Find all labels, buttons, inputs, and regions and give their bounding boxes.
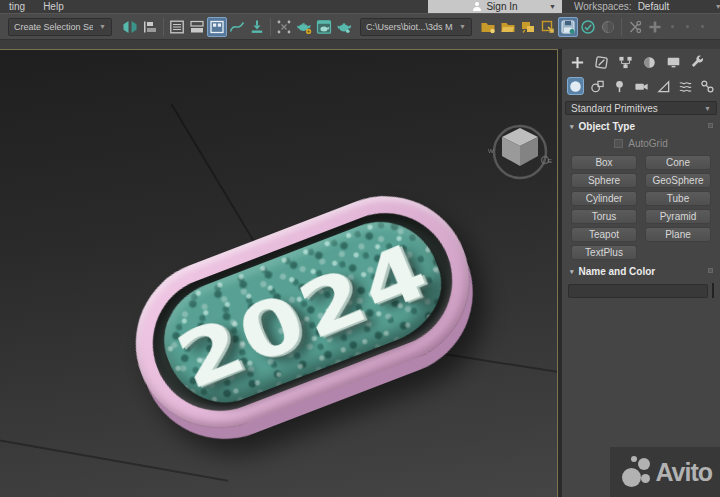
mirror-button[interactable] <box>120 17 140 37</box>
chevron-down-icon: ▼ <box>99 23 106 30</box>
autogrid-checkbox[interactable] <box>614 139 623 148</box>
menu-item-ting[interactable]: ting <box>0 0 34 13</box>
autosave-button[interactable] <box>558 17 578 37</box>
camera-icon <box>634 79 649 94</box>
compass-east-label[interactable]: E <box>548 158 552 164</box>
state-check-button[interactable] <box>578 17 598 37</box>
curve-editor-button[interactable] <box>227 17 247 37</box>
button-cone[interactable]: Cone <box>645 155 711 170</box>
teapot-icon <box>336 19 352 35</box>
render-production-button[interactable] <box>334 17 354 37</box>
rollout-name-and-color[interactable]: ▾ Name and Color <box>562 260 720 281</box>
button-torus[interactable]: Torus <box>571 209 637 224</box>
down-arrow-bar-icon <box>249 19 265 35</box>
main-toolbar: Create Selection Se ▼ C:\Users\biot...\3… <box>0 13 720 40</box>
workspace-value: Default <box>638 1 670 12</box>
chevron-down-icon: ▼ <box>704 105 711 112</box>
autogrid-label: AutoGrid <box>628 138 667 149</box>
isolate-selection-button[interactable] <box>274 17 294 37</box>
project-path-value: C:\Users\biot...\3ds Max 2023 <box>366 22 453 32</box>
light-icon <box>612 79 627 94</box>
tab-motion[interactable] <box>642 55 657 72</box>
sign-in-label: Sign In <box>486 1 517 12</box>
layer-explorer-button[interactable] <box>167 17 187 37</box>
category-helpers[interactable] <box>655 77 672 95</box>
category-shapes[interactable] <box>589 77 606 95</box>
render-shade-button[interactable] <box>598 17 618 37</box>
selection-set-value: Create Selection Se <box>14 22 93 32</box>
scene-explorer-icon <box>189 19 205 35</box>
tab-display[interactable] <box>666 55 681 72</box>
align-button[interactable] <box>140 17 160 37</box>
button-sphere[interactable]: Sphere <box>571 173 637 188</box>
layer-explorer-icon <box>169 19 185 35</box>
set-square-icon <box>656 79 671 94</box>
object-name-input[interactable] <box>568 284 708 298</box>
teapot-gear-icon <box>296 19 312 35</box>
sphere-icon <box>600 19 616 35</box>
linked-gears-icon <box>700 79 715 94</box>
avito-logo: Avito <box>622 456 712 488</box>
toolbar-dot <box>686 25 689 28</box>
category-geometry[interactable] <box>567 77 584 95</box>
button-cylinder[interactable]: Cylinder <box>571 191 637 206</box>
toolbar-separator <box>621 18 622 36</box>
toggle-scene-explorer-button[interactable] <box>207 17 227 37</box>
perspective-viewport[interactable]: W E 2024 <box>0 49 558 497</box>
curve-icon <box>229 19 245 35</box>
cut-button[interactable] <box>625 17 645 37</box>
button-teapot[interactable]: Teapot <box>571 227 637 242</box>
scissors-icon <box>627 19 643 35</box>
avito-brand-text: Avito <box>655 458 712 487</box>
toolbar-gap-strip <box>0 40 720 49</box>
color-swatch[interactable] <box>712 283 714 298</box>
open-folder-button[interactable] <box>498 17 518 37</box>
chevron-down-icon: ▼ <box>715 3 720 10</box>
workspaces-control: Workspaces: Default ▼ <box>574 0 720 13</box>
category-space-warps[interactable] <box>677 77 694 95</box>
button-pyramid[interactable]: Pyramid <box>645 209 711 224</box>
waves-icon <box>678 79 693 94</box>
menu-item-help[interactable]: Help <box>34 0 73 13</box>
menu-bar: ting Help Sign In ▼ Workspaces: Default … <box>0 0 720 13</box>
workspace-dropdown[interactable]: Default ▼ <box>638 1 720 12</box>
tab-modify[interactable] <box>594 55 609 72</box>
project-path-dropdown[interactable]: C:\Users\biot...\3ds Max 2023 ▼ <box>360 18 472 36</box>
gold-link-icon <box>520 19 536 35</box>
add-button[interactable] <box>645 17 665 37</box>
rollout-object-type[interactable]: ▾ Object Type <box>562 115 720 136</box>
button-box[interactable]: Box <box>571 155 637 170</box>
rendered-frame-window-button[interactable] <box>314 17 334 37</box>
sign-in-button[interactable]: Sign In ▼ <box>428 0 562 13</box>
button-textplus[interactable]: TextPlus <box>571 245 637 260</box>
button-geosphere[interactable]: GeoSphere <box>645 173 711 188</box>
render-setup-button[interactable] <box>294 17 314 37</box>
tab-hierarchy[interactable] <box>618 55 633 72</box>
panel-grid-icon <box>209 19 225 35</box>
link-file-button[interactable] <box>538 17 558 37</box>
tab-utilities[interactable] <box>690 55 705 72</box>
rollout-arrow-icon: ▾ <box>570 268 574 276</box>
button-plane[interactable]: Plane <box>645 227 711 242</box>
chevron-down-icon: ▼ <box>549 3 556 10</box>
selection-set-dropdown[interactable]: Create Selection Se ▼ <box>8 18 112 36</box>
scene-explorer-button[interactable] <box>187 17 207 37</box>
primitives-dropdown[interactable]: Standard Primitives ▼ <box>565 101 717 115</box>
object-type-buttons: Box Cone Sphere GeoSphere Cylinder Tube … <box>562 155 720 260</box>
view-cube-icon <box>488 118 552 182</box>
view-cube[interactable]: W E <box>488 118 552 182</box>
geometry-sphere-icon <box>568 79 583 94</box>
link-scene-button[interactable] <box>518 17 538 37</box>
scene-object-2024[interactable]: 2024 <box>111 172 493 452</box>
schematic-view-button[interactable] <box>247 17 267 37</box>
asset-library-button[interactable] <box>478 17 498 37</box>
rollout-pin-icon <box>708 268 713 273</box>
button-tube[interactable]: Tube <box>645 191 711 206</box>
category-systems[interactable] <box>699 77 716 95</box>
category-lights[interactable] <box>611 77 628 95</box>
tab-create[interactable] <box>570 55 585 72</box>
grid-line <box>431 351 558 381</box>
category-cameras[interactable] <box>633 77 650 95</box>
compass-west-label[interactable]: W <box>488 148 494 154</box>
shapes-icon <box>590 79 605 94</box>
